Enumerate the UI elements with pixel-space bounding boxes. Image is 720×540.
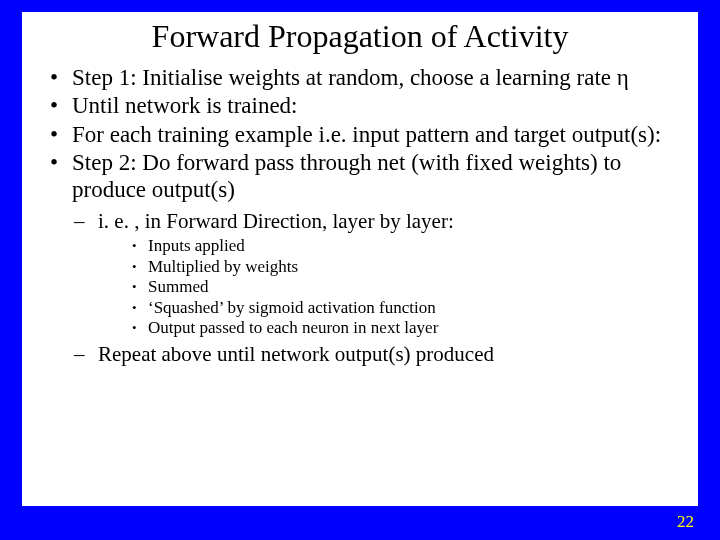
slide-title: Forward Propagation of Activity (22, 12, 698, 65)
list-item: Until network is trained: (46, 93, 680, 119)
bullet-list-level2: i. e. , in Forward Direction, layer by l… (72, 209, 680, 367)
list-item: Output passed to each neuron in next lay… (130, 318, 680, 338)
list-item: ‘Squashed’ by sigmoid activation functio… (130, 298, 680, 318)
list-item: Repeat above until network output(s) pro… (72, 342, 680, 367)
list-item: For each training example i.e. input pat… (46, 122, 680, 148)
slide-body: Forward Propagation of Activity Step 1: … (22, 12, 698, 506)
list-item: Summed (130, 277, 680, 297)
list-item-text: i. e. , in Forward Direction, layer by l… (98, 209, 454, 233)
list-item: Step 2: Do forward pass through net (wit… (46, 150, 680, 203)
slide-content: Step 1: Initialise weights at random, ch… (22, 65, 698, 368)
bullet-list-level1: Step 1: Initialise weights at random, ch… (46, 65, 680, 203)
list-item: Multiplied by weights (130, 257, 680, 277)
list-item: i. e. , in Forward Direction, layer by l… (72, 209, 680, 338)
bullet-list-level3: Inputs applied Multiplied by weights Sum… (130, 236, 680, 338)
page-number: 22 (677, 512, 694, 532)
list-item: Step 1: Initialise weights at random, ch… (46, 65, 680, 91)
list-item: Inputs applied (130, 236, 680, 256)
